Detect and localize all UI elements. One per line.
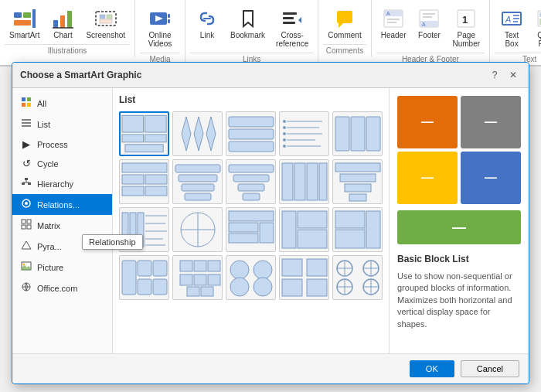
grid-cell-2-1[interactable] <box>119 159 169 204</box>
svg-marker-3 <box>32 9 36 28</box>
textbox-button[interactable]: A TextBox <box>495 3 529 51</box>
category-officecom-label: Office.com <box>37 284 77 293</box>
smartart-button[interactable]: SmartArt <box>5 3 44 43</box>
svg-rect-15 <box>168 19 170 23</box>
category-process[interactable]: ▶ Process <box>12 135 112 154</box>
svg-rect-97 <box>185 193 211 200</box>
grid-cell-4-3[interactable] <box>226 255 276 300</box>
category-relationship[interactable]: Relations... <box>12 194 112 215</box>
comments-label: Comments <box>323 44 366 56</box>
grid-cell-4-4[interactable] <box>279 255 329 300</box>
grid-cell-2-3[interactable] <box>226 159 276 204</box>
grid-cell-1-2[interactable] <box>172 111 223 156</box>
svg-point-146 <box>230 278 249 296</box>
grid-cell-2-2[interactable] <box>172 159 223 204</box>
grid-cell-3-4[interactable] <box>279 207 329 252</box>
dialog-close-button[interactable]: ✕ <box>505 67 521 83</box>
category-hierarchy[interactable]: Hierarchy <box>12 173 112 194</box>
chart-button[interactable]: Chart <box>46 3 80 43</box>
svg-rect-106 <box>335 163 380 172</box>
link-button[interactable]: Link <box>190 3 224 43</box>
bookmark-label: Bookmark <box>230 31 265 39</box>
svg-rect-143 <box>201 287 213 296</box>
grid-cell-3-5[interactable] <box>332 207 383 252</box>
svg-point-144 <box>230 261 249 279</box>
category-picture[interactable]: Picture <box>12 257 112 278</box>
grid-cell-1-3[interactable] <box>226 111 276 156</box>
category-officecom[interactable]: Office.com <box>12 278 112 298</box>
svg-rect-98 <box>229 165 274 172</box>
grid-cell-4-5[interactable] <box>332 255 383 300</box>
footer-icon: A <box>417 6 441 31</box>
grid-cell-1-1[interactable] <box>119 111 169 156</box>
ok-button[interactable]: OK <box>410 360 454 377</box>
all-icon <box>20 97 32 110</box>
online-videos-button[interactable]: OnlineVideos <box>140 3 180 51</box>
dialog-help-button[interactable]: ? <box>487 67 502 83</box>
illustrations-group: SmartArt Chart <box>0 0 135 56</box>
svg-rect-4 <box>53 20 58 28</box>
svg-rect-108 <box>345 184 371 192</box>
svg-rect-141 <box>208 274 220 285</box>
cycle-icon: ↺ <box>20 158 32 169</box>
smartart-grid: List <box>113 88 390 353</box>
grid-row-4 <box>119 255 383 300</box>
svg-point-145 <box>253 261 272 279</box>
svg-rect-42 <box>22 97 26 101</box>
category-matrix[interactable]: Matrix <box>12 215 112 236</box>
links-group: Link Bookmark <box>185 0 318 65</box>
link-label: Link <box>200 31 214 39</box>
cancel-button[interactable]: Cancel <box>461 360 519 377</box>
category-pyramid-label: Pyra... <box>37 242 62 251</box>
svg-rect-59 <box>27 225 31 229</box>
svg-rect-10 <box>107 15 112 19</box>
category-cycle[interactable]: ↺ Cycle <box>12 154 112 173</box>
footer-button[interactable]: A Footer <box>412 3 446 43</box>
illustrations-label: Illustrations <box>5 44 130 56</box>
pagenumber-button[interactable]: 1 PageNumber <box>447 3 485 51</box>
svg-rect-43 <box>27 97 31 101</box>
svg-rect-66 <box>122 135 144 142</box>
grid-cell-4-2[interactable] <box>172 255 223 300</box>
grid-cell-3-3[interactable] <box>226 207 276 252</box>
svg-rect-9 <box>100 15 105 19</box>
svg-rect-149 <box>307 259 327 276</box>
svg-rect-102 <box>282 163 293 200</box>
category-pyramid[interactable]: Pyra... Relationship <box>12 236 112 257</box>
grid-cell-2-4[interactable] <box>279 159 329 204</box>
svg-rect-18 <box>283 17 294 19</box>
svg-rect-126 <box>298 211 327 228</box>
footer-label: Footer <box>418 31 441 39</box>
preview-name: Basic Block List <box>397 254 521 264</box>
grid-cell-3-2[interactable] <box>172 207 223 252</box>
svg-rect-91 <box>145 175 167 184</box>
bookmark-button[interactable]: Bookmark <box>226 3 270 43</box>
svg-rect-69 <box>125 145 163 152</box>
svg-rect-44 <box>22 103 26 107</box>
category-list[interactable]: List <box>12 114 112 135</box>
smartart-dialog: Choose a SmartArt Graphic ? ✕ All List ▶ <box>12 62 529 384</box>
category-list-label: List <box>37 120 50 129</box>
crossreference-button[interactable]: Cross-reference <box>271 3 313 51</box>
quickparts-button[interactable]: QuickParts <box>530 3 541 51</box>
textbox-icon: A <box>499 6 524 31</box>
svg-rect-99 <box>233 175 269 182</box>
grid-cell-2-5[interactable] <box>332 159 383 204</box>
grid-cell-4-1[interactable] <box>119 255 169 300</box>
matrix-icon <box>20 219 32 232</box>
svg-rect-19 <box>283 22 295 24</box>
comments-group-wrap: Comment Comments <box>318 0 371 56</box>
comment-button[interactable]: Comment <box>323 3 366 43</box>
grid-cell-1-5[interactable] <box>332 111 383 156</box>
svg-rect-58 <box>22 225 26 229</box>
svg-rect-137 <box>194 261 206 271</box>
header-button[interactable]: A Header <box>376 3 411 43</box>
svg-point-83 <box>283 132 286 135</box>
svg-rect-87 <box>351 117 365 151</box>
grid-cell-1-4[interactable] <box>279 111 329 156</box>
list-cat-icon <box>20 118 32 131</box>
screenshot-button[interactable]: Screenshot <box>81 3 130 43</box>
dialog-titlebar: Choose a SmartArt Graphic ? ✕ <box>12 63 529 88</box>
picture-icon <box>20 261 32 274</box>
category-all[interactable]: All <box>12 93 112 114</box>
